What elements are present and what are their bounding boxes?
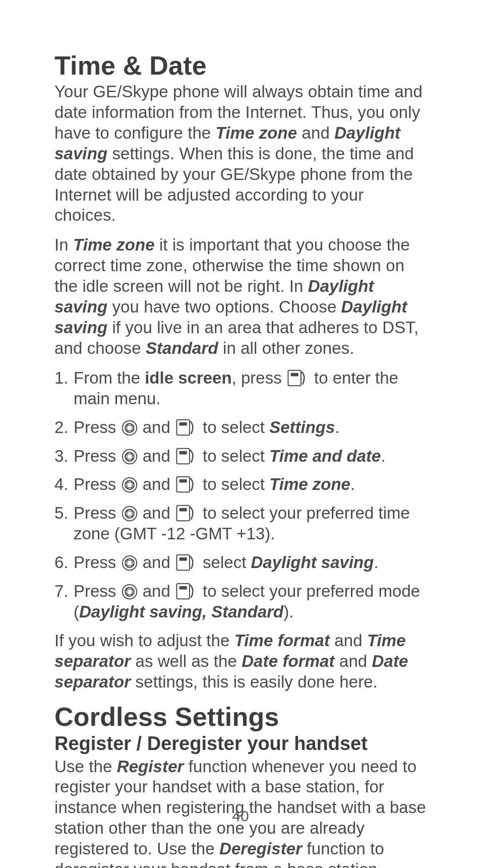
text: to select [198,418,269,437]
text: . [350,475,355,493]
text: Press [74,553,121,572]
text: Press [74,475,121,493]
nav-button-icon [122,449,138,465]
text: and [138,582,175,600]
list-item: Press and to select your preferred mode … [54,581,427,623]
closing-paragraph-1: If you wish to adjust the Time format an… [54,631,427,693]
text: . [335,418,339,437]
term-time-zone: Time zone [73,235,155,254]
text: and [335,652,372,670]
term-standard: Standard [146,339,218,357]
term-idle-screen: idle screen [145,368,231,387]
text: Press [74,447,121,465]
term-daylight-saving-standard: Daylight saving, Standard [79,602,283,621]
list-item: Press and to select Time zone. [54,474,427,495]
nav-button-icon [122,420,138,436]
text: in all other zones. [218,339,354,357]
term-date-format: Date format [242,652,334,670]
nav-button-icon [122,584,138,600]
text: Use the [54,757,117,776]
nav-button-icon [122,506,138,522]
text: and [138,447,175,465]
text: and [138,553,175,572]
intro-paragraph-1: Your GE/Skype phone will always obtain t… [54,82,427,226]
text: . [381,447,385,465]
text: as well as the [131,652,242,670]
softkey-icon [175,448,198,465]
nav-button-icon [122,555,138,571]
text: Press [74,582,121,600]
term-deregister: Deregister [219,839,302,858]
softkey-icon [175,476,198,493]
list-item: Press and to select your preferred time … [54,503,427,544]
nav-button-icon [122,477,138,493]
text: . [374,553,378,572]
term-time-and-date: Time and date [269,447,381,465]
page-number: 40 [0,808,481,825]
text: to select [198,475,269,493]
text: Press [74,504,121,522]
list-item: Press and select Daylight saving. [54,552,427,573]
list-item: Press and to select Settings. [54,417,427,438]
term-settings: Settings [269,418,335,437]
list-item: Press and to select Time and date. [54,446,427,467]
text: to select [198,447,269,465]
subheading-register-deregister: Register / Deregister your handset [54,733,427,755]
term-time-zone: Time zone [269,475,350,493]
text: ). [283,602,293,621]
text: you have two options. Choose [107,297,341,316]
softkey-icon [175,583,198,600]
text: If you wish to adjust the [54,631,234,650]
steps-time-date: From the idle screen, press to enter the… [54,368,427,623]
text: settings. When this is done, the time an… [54,144,414,225]
text: and [138,504,175,522]
text: and [330,631,367,650]
text: and [297,123,334,142]
softkey-icon [175,554,198,571]
intro-paragraph-2: In Time zone it is important that you ch… [54,235,427,358]
heading-cordless-settings: Cordless Settings [54,702,427,732]
text: and [138,418,175,437]
softkey-icon [175,419,198,436]
text: , press [232,368,286,387]
term-register: Register [117,757,184,776]
text: In [54,235,73,254]
list-item: From the idle screen, press to enter the… [54,368,427,409]
softkey-icon [175,505,198,522]
term-time-zone: Time zone [216,123,297,142]
text: and [138,475,175,493]
text: settings, this is easily done here. [131,672,378,691]
text: Press [74,418,121,437]
softkey-icon [287,369,309,387]
text: select [198,553,251,572]
term-time-format: Time format [234,631,330,650]
text: From the [74,368,145,387]
term-daylight-saving: Daylight saving [251,553,374,572]
heading-time-date: Time & Date [54,50,427,81]
